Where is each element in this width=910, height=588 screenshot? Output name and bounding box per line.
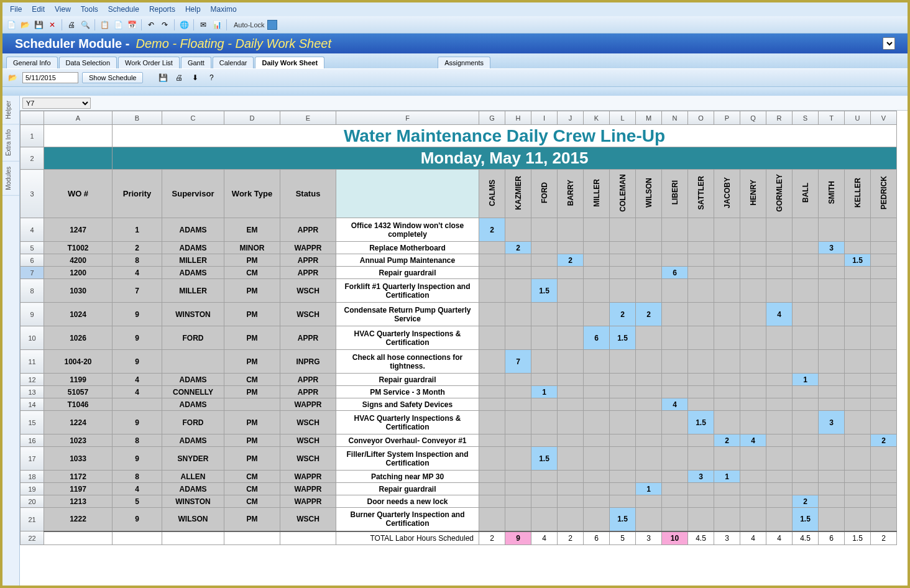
crew-10-3[interactable] bbox=[558, 326, 584, 350]
crew-18-10[interactable] bbox=[740, 471, 766, 483]
cell-13-wt[interactable]: PM bbox=[224, 386, 280, 398]
cell-15-wt[interactable]: PM bbox=[224, 411, 280, 434]
crew-7-15[interactable] bbox=[871, 267, 897, 279]
cell-17-sup[interactable]: SNYDER bbox=[162, 447, 224, 471]
crew-21-14[interactable] bbox=[845, 508, 871, 531]
crew-9-4[interactable] bbox=[584, 303, 610, 326]
crew-13-2[interactable]: 1 bbox=[531, 386, 558, 398]
crew-13-14[interactable] bbox=[845, 386, 871, 398]
crew-10-6[interactable] bbox=[636, 326, 662, 350]
col-L[interactable]: L bbox=[610, 111, 636, 125]
crew-19-6[interactable]: 1 bbox=[636, 483, 662, 495]
crew-16-0[interactable] bbox=[479, 434, 505, 447]
crew-15-14[interactable] bbox=[845, 411, 871, 434]
export-icon[interactable]: ⬇ bbox=[189, 71, 201, 84]
cell-10-wo[interactable]: 1026 bbox=[44, 326, 113, 350]
crew-9-1[interactable] bbox=[505, 303, 531, 326]
row-6[interactable]: 6 bbox=[21, 254, 44, 267]
crew-4-13[interactable] bbox=[819, 218, 845, 242]
crew-11-4[interactable] bbox=[584, 350, 610, 374]
crew-16-10[interactable]: 4 bbox=[740, 434, 766, 447]
crew-10-2[interactable] bbox=[531, 326, 558, 350]
crew-20-9[interactable] bbox=[714, 495, 740, 508]
col-P[interactable]: P bbox=[714, 111, 740, 125]
menu-help[interactable]: Help bbox=[180, 4, 206, 15]
menu-tools[interactable]: Tools bbox=[76, 4, 103, 15]
crew-6-13[interactable] bbox=[819, 254, 845, 267]
crew-10-12[interactable] bbox=[793, 326, 819, 350]
cell-14-desc[interactable]: Signs and Safety Devices bbox=[336, 398, 479, 411]
crew-19-15[interactable] bbox=[871, 483, 897, 495]
cell-15-pri[interactable]: 9 bbox=[113, 411, 162, 434]
crew-14-8[interactable] bbox=[688, 398, 714, 411]
crew-16-7[interactable] bbox=[662, 434, 688, 447]
col-M[interactable]: M bbox=[636, 111, 662, 125]
crew-12-4[interactable] bbox=[584, 374, 610, 386]
crew-16-13[interactable] bbox=[819, 434, 845, 447]
row-3[interactable]: 3 bbox=[21, 170, 44, 218]
crew-7-10[interactable] bbox=[740, 267, 766, 279]
menu-view[interactable]: View bbox=[50, 4, 76, 15]
crew-16-15[interactable]: 2 bbox=[871, 434, 897, 447]
crew-13-0[interactable] bbox=[479, 386, 505, 398]
crew-16-3[interactable] bbox=[558, 434, 584, 447]
cell-16-sup[interactable]: ADAMS bbox=[162, 434, 224, 447]
crew-17-5[interactable] bbox=[610, 447, 636, 471]
crew-21-1[interactable] bbox=[505, 508, 531, 531]
row-16[interactable]: 16 bbox=[21, 434, 44, 447]
crew-18-9[interactable]: 1 bbox=[714, 471, 740, 483]
crew-11-6[interactable] bbox=[636, 350, 662, 374]
crew-14-5[interactable] bbox=[610, 398, 636, 411]
print2-icon[interactable]: 🖨 bbox=[173, 71, 185, 84]
cell-18-desc[interactable]: Patching near MP 30 bbox=[336, 471, 479, 483]
cell-17-desc[interactable]: Filler/Lifter System Inspection and Cert… bbox=[336, 447, 479, 471]
crew-11-7[interactable] bbox=[662, 350, 688, 374]
crew-7-11[interactable] bbox=[766, 267, 793, 279]
crew-18-3[interactable] bbox=[558, 471, 584, 483]
crew-19-8[interactable] bbox=[688, 483, 714, 495]
crew-15-4[interactable] bbox=[584, 411, 610, 434]
crew-11-14[interactable] bbox=[845, 350, 871, 374]
crew-13-1[interactable] bbox=[505, 386, 531, 398]
cell-9-pri[interactable]: 9 bbox=[113, 303, 162, 326]
crew-9-14[interactable] bbox=[845, 303, 871, 326]
crew-8-11[interactable] bbox=[766, 279, 793, 303]
crew-14-14[interactable] bbox=[845, 398, 871, 411]
cell-14-pri[interactable] bbox=[113, 398, 162, 411]
tab-gantt[interactable]: Gantt bbox=[181, 57, 211, 68]
cell-10-pri[interactable]: 9 bbox=[113, 326, 162, 350]
crew-10-0[interactable] bbox=[479, 326, 505, 350]
crew-11-8[interactable] bbox=[688, 350, 714, 374]
crew-8-1[interactable] bbox=[505, 279, 531, 303]
crew-17-7[interactable] bbox=[662, 447, 688, 471]
cell-18-wt[interactable]: CM bbox=[224, 471, 280, 483]
crew-7-4[interactable] bbox=[584, 267, 610, 279]
crew-15-12[interactable] bbox=[793, 411, 819, 434]
cell-11-wo[interactable]: 1004-20 bbox=[44, 350, 113, 374]
col-G[interactable]: G bbox=[479, 111, 505, 125]
col-B[interactable]: B bbox=[113, 111, 162, 125]
crew-18-6[interactable] bbox=[636, 471, 662, 483]
crew-12-15[interactable] bbox=[871, 374, 897, 386]
crew-16-9[interactable]: 2 bbox=[714, 434, 740, 447]
cell-10-sup[interactable]: FORD bbox=[162, 326, 224, 350]
crew-6-9[interactable] bbox=[714, 254, 740, 267]
menu-reports[interactable]: Reports bbox=[144, 4, 180, 15]
crew-9-8[interactable] bbox=[688, 303, 714, 326]
cell-12-st[interactable]: APPR bbox=[280, 374, 336, 386]
cell-14-sup[interactable]: ADAMS bbox=[162, 398, 224, 411]
crew-9-5[interactable]: 2 bbox=[610, 303, 636, 326]
crew-15-13[interactable]: 3 bbox=[819, 411, 845, 434]
crew-12-11[interactable] bbox=[766, 374, 793, 386]
print-icon[interactable]: 🖨 bbox=[65, 19, 78, 31]
crew-20-8[interactable] bbox=[688, 495, 714, 508]
cell-18-sup[interactable]: ALLEN bbox=[162, 471, 224, 483]
crew-9-0[interactable] bbox=[479, 303, 505, 326]
cell-8-pri[interactable]: 7 bbox=[113, 279, 162, 303]
crew-21-15[interactable] bbox=[871, 508, 897, 531]
row-10[interactable]: 10 bbox=[21, 326, 44, 350]
cell-13-wo[interactable]: 51057 bbox=[44, 386, 113, 398]
crew-10-11[interactable] bbox=[766, 326, 793, 350]
row-20[interactable]: 20 bbox=[21, 495, 44, 508]
cell-20-st[interactable]: WAPPR bbox=[280, 495, 336, 508]
